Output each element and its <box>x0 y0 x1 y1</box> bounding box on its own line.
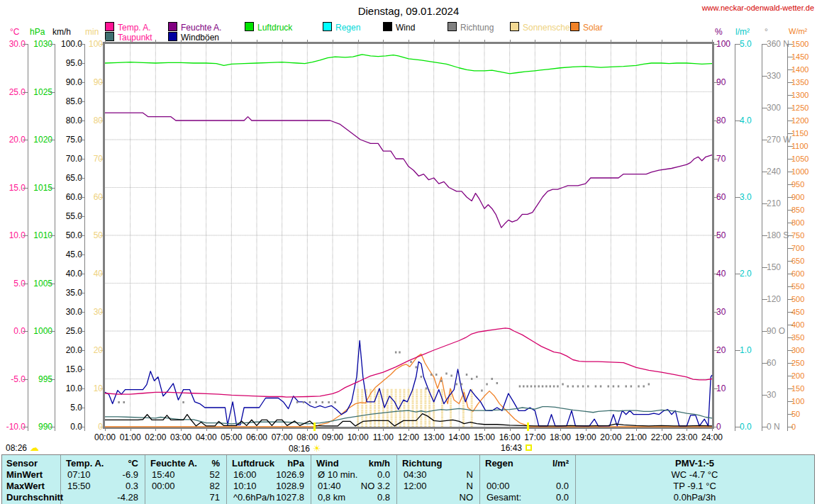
legend-item-feuchte-a-: Feuchte A. <box>168 22 221 31</box>
direction-dot <box>523 385 524 387</box>
table-cell-value: 71 <box>145 492 220 503</box>
axis-tick-label: 100 <box>0 40 103 49</box>
axis-tick-label: 65.0 <box>0 174 82 183</box>
axis-tick-label: 5.0 <box>740 40 752 49</box>
direction-dot <box>421 376 422 378</box>
legend-swatch-icon <box>168 22 177 31</box>
direction-dot <box>471 378 472 380</box>
page-title: Dienstag, 09.01.2024 <box>0 5 817 17</box>
axis-tick <box>788 159 793 159</box>
direction-dot <box>549 385 550 387</box>
axis-tick <box>79 216 84 217</box>
axis-tick-label: 10 <box>0 384 103 393</box>
x-axis-label: 02:00 <box>141 432 169 442</box>
direction-dot <box>553 385 555 387</box>
site-url-link[interactable]: www.neckar-odenwald-wetter.de <box>702 4 814 12</box>
axis-tick <box>762 395 767 396</box>
axis-tick-label: 350 <box>791 333 804 342</box>
direction-dot <box>118 401 119 403</box>
axis-tick <box>788 286 793 287</box>
direction-dot <box>582 385 584 387</box>
direction-dot <box>572 385 574 387</box>
axis-tick-label: 25.0 <box>0 327 82 336</box>
direction-dot <box>440 380 442 382</box>
legend-label: Richtung <box>460 23 494 33</box>
axis-tick-label: 70 <box>716 155 726 164</box>
table-header-cell: PMV-1:-5 <box>575 458 814 469</box>
direction-dot <box>545 385 547 387</box>
table-row-label: MinWert <box>6 469 43 480</box>
table-cell-value: 0.0 <box>311 469 390 480</box>
table-cell-value: 1028.9 <box>226 481 304 491</box>
axis-tick <box>79 254 84 255</box>
sunset-time-label: 16:43 <box>501 443 522 453</box>
sun-icon: ☀ <box>313 443 321 454</box>
axis-tick-label: 4.0 <box>740 116 752 125</box>
legend-label: Luftdruck <box>257 23 292 33</box>
axis-tick-label: 60 <box>767 359 776 368</box>
axis-tick <box>788 184 793 185</box>
axis-tick <box>788 325 793 325</box>
axis-tick <box>762 363 767 364</box>
axis-tick-label: 30 <box>0 308 103 317</box>
axis-tick-label: 700 <box>791 244 804 253</box>
axis-tick-label: 450 <box>791 308 804 317</box>
axis-tick <box>788 248 793 249</box>
axis-tick <box>762 44 767 45</box>
direction-dot <box>399 351 400 353</box>
x-axis-label: 17:00 <box>521 432 549 442</box>
axis-header: W/m² <box>789 27 807 35</box>
legend-item-wind: Wind <box>383 22 415 31</box>
axis-tick-label: 550 <box>791 282 804 291</box>
axis-tick <box>788 210 793 211</box>
axis-tick-label: 70 <box>0 155 103 164</box>
axis-tick-label: 1050 <box>791 155 808 164</box>
axis-tick-label: 300 <box>767 103 781 113</box>
axis-tick-label: 1250 <box>791 103 808 113</box>
axis-tick-label: 45.0 <box>0 250 82 259</box>
sunrise-time-label: 08:16 <box>289 444 310 454</box>
axis-tick-label: 100 <box>716 40 730 49</box>
axis-tick-label: 50 <box>0 231 103 240</box>
axis-tick <box>79 408 84 408</box>
axis-tick <box>762 76 767 77</box>
direction-dot <box>519 385 521 387</box>
axis-tick-label: 90 O <box>767 327 785 336</box>
axis-tick-label: 995 <box>0 375 52 384</box>
axis-tick <box>735 121 740 121</box>
morning-time-label: 08:26 <box>6 443 27 453</box>
axis-tick <box>788 350 793 351</box>
axis-tick <box>788 44 793 45</box>
axis-tick-label: 100 <box>791 397 804 406</box>
axis-tick-label: 3.0 <box>740 193 752 202</box>
axis-tick-label: 850 <box>791 206 804 215</box>
legend-item-richtung: Richtung <box>448 22 494 31</box>
axis-tick <box>762 140 767 140</box>
legend-item-temp-a-: Temp. A. <box>105 22 151 31</box>
direction-dot <box>303 401 304 403</box>
axis-tick-label: 1150 <box>791 129 808 138</box>
cloud-icon: ☁ <box>30 442 39 453</box>
direction-dot <box>638 385 639 387</box>
axis-tick-label: 40 <box>0 269 103 279</box>
direction-dot <box>526 385 528 387</box>
axis-tick-label: 85.0 <box>0 97 82 106</box>
table-cell-value: 52 <box>145 469 220 480</box>
direction-dot <box>309 401 311 403</box>
direction-dot <box>426 387 427 389</box>
direction-dot <box>334 401 335 403</box>
legend-swatch-icon <box>448 22 457 31</box>
table-row-label: MaxWert <box>6 481 45 491</box>
axis-tick-label: 10 <box>716 384 726 393</box>
table-cell: WC -4.7 °C <box>575 469 814 480</box>
table-row-label: Sensor <box>6 458 38 469</box>
axis-tick <box>788 197 793 198</box>
legend-label: Solar <box>583 23 603 33</box>
direction-dot <box>608 385 609 387</box>
weather-chart-page: Dienstag, 09.01.2024 www.neckar-odenwald… <box>0 0 817 504</box>
x-axis-label: 24:00 <box>698 432 726 442</box>
direction-dot <box>435 374 437 376</box>
axis-tick-label: 750 <box>791 231 804 240</box>
legend-swatch-icon <box>105 22 114 31</box>
axis-header: ° <box>765 27 768 37</box>
